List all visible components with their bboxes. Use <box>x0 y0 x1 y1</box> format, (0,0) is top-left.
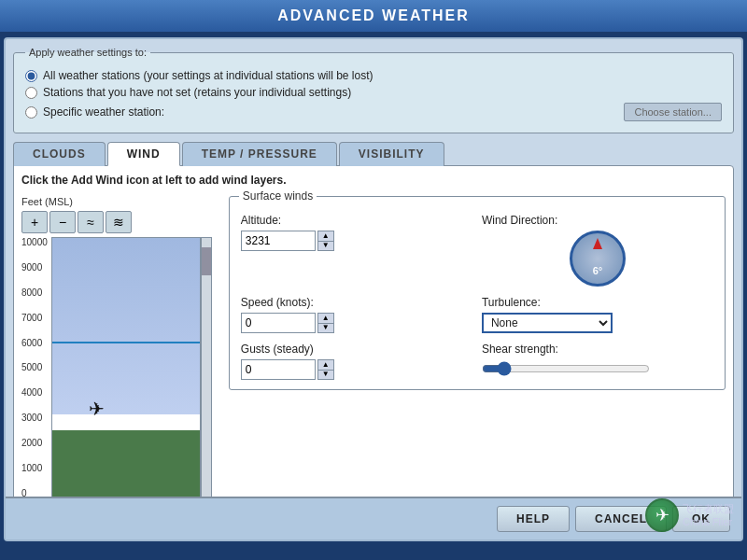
speed-spinner-down[interactable]: ▼ <box>318 324 333 333</box>
altitude-field-label: Altitude: <box>241 214 472 227</box>
zoom-in-icon[interactable]: + <box>21 211 48 233</box>
option-3-label: Specific weather station: <box>43 105 164 119</box>
compass[interactable]: 6° <box>570 231 626 287</box>
altitude-field-group: Altitude: ▲ ▼ <box>241 214 472 287</box>
speed-spinner-up[interactable]: ▲ <box>318 314 333 324</box>
watermark-text: 飞行者联盟 China Flier <box>683 502 734 529</box>
turbulence-label: Turbulence: <box>482 296 713 309</box>
tab-visibility[interactable]: VISIBILITY <box>339 142 444 166</box>
remove-wind-icon[interactable]: ≋ <box>106 211 132 233</box>
shear-label: Shear strength: <box>482 343 713 356</box>
wind-fields-grid: Altitude: ▲ ▼ <box>241 214 713 380</box>
turbulence-field-group: Turbulence: None Light Moderate Severe E… <box>482 296 713 333</box>
help-button[interactable]: HELP <box>497 506 570 532</box>
tab-wind[interactable]: WIND <box>107 142 180 166</box>
altitude-spinner[interactable]: ▲ ▼ <box>317 231 334 251</box>
option-3-radio[interactable] <box>25 106 37 119</box>
main-content: Apply weather settings to: All weather s… <box>4 37 743 541</box>
choose-station-button[interactable]: Choose station... <box>624 103 722 121</box>
wind-direction-label: Wind Direction: <box>482 214 557 227</box>
gusts-input[interactable] <box>241 359 316 380</box>
title-text: ADVANCED WEATHER <box>277 7 470 23</box>
surface-winds-box: Surface winds Altitude: ▲ ▼ <box>229 196 726 390</box>
title-bar: ADVANCED WEATHER <box>0 0 747 34</box>
altitude-spinner-down[interactable]: ▼ <box>318 242 333 251</box>
bottom-bar: HELP CANCEL OK ✈ 飞行者联盟 China Flier <box>6 497 741 539</box>
airplane-icon: ✈ <box>89 398 105 420</box>
turbulence-select[interactable]: None Light Moderate Severe Extreme <box>482 313 613 333</box>
speed-field-label: Speed (knots): <box>241 296 472 309</box>
add-wind-icon[interactable]: ≈ <box>78 211 104 233</box>
option-2-label: Stations that you have not set (retains … <box>43 86 351 99</box>
wind-instruction: Click the Add Wind icon at left to add w… <box>21 174 726 187</box>
zoom-out-icon[interactable]: − <box>49 211 76 233</box>
option-1-label: All weather stations (your settings at i… <box>43 69 374 82</box>
tab-content: Click the Add Wind icon at left to add w… <box>13 165 734 501</box>
watermark-logo: ✈ <box>645 498 679 532</box>
compass-value: 6° <box>593 265 603 276</box>
apply-legend: Apply weather settings to: <box>25 47 150 58</box>
toolbar-icons: + − ≈ ≋ <box>21 211 212 233</box>
option-1-radio[interactable] <box>25 70 37 82</box>
shear-field-group: Shear strength: <box>482 343 713 380</box>
altitude-spinner-up[interactable]: ▲ <box>318 231 333 242</box>
altitude-label: Feet (MSL) <box>21 196 212 207</box>
gusts-field-label: Gusts (steady) <box>241 343 472 356</box>
gusts-spinner[interactable]: ▲ ▼ <box>317 359 334 380</box>
altitude-input[interactable] <box>241 231 316 251</box>
right-panel: Surface winds Altitude: ▲ ▼ <box>221 196 726 498</box>
watermark: ✈ 飞行者联盟 China Flier <box>645 498 734 532</box>
option-1-row: All weather stations (your settings at i… <box>25 69 722 82</box>
option-2-row: Stations that you have not set (retains … <box>25 86 722 99</box>
speed-spinner[interactable]: ▲ ▼ <box>317 313 334 333</box>
speed-input[interactable] <box>241 313 316 333</box>
apply-section: Apply weather settings to: All weather s… <box>13 47 734 133</box>
tab-temp-pressure[interactable]: TEMP / PRESSURE <box>182 142 337 166</box>
gusts-spinner-down[interactable]: ▼ <box>318 371 333 380</box>
tab-clouds[interactable]: CLOUDS <box>13 142 106 166</box>
option-3-row: Specific weather station: Choose station… <box>25 103 722 121</box>
shear-slider[interactable] <box>482 359 650 378</box>
surface-winds-legend: Surface winds <box>239 189 317 203</box>
altitude-axis: 10000 9000 8000 7000 6000 5000 4000 3000… <box>21 237 51 498</box>
altitude-panel: Feet (MSL) + − ≈ ≋ 10000 9000 8000 7000 … <box>21 196 212 498</box>
wind-main-area: Feet (MSL) + − ≈ ≋ 10000 9000 8000 7000 … <box>21 196 726 498</box>
wind-chart: 10000 9000 8000 7000 6000 5000 4000 3000… <box>21 237 212 498</box>
tab-bar: CLOUDS WIND TEMP / PRESSURE VISIBILITY <box>13 142 734 166</box>
option-2-radio[interactable] <box>25 87 37 99</box>
chart-scrollbar[interactable] <box>201 237 212 498</box>
wind-direction-field-group: Wind Direction: 6° <box>482 214 713 287</box>
speed-field-group: Speed (knots): ▲ ▼ <box>241 296 472 333</box>
gusts-spinner-up[interactable]: ▲ <box>318 360 333 371</box>
gusts-field-group: Gusts (steady) ▲ ▼ <box>241 343 472 380</box>
chart-area: ✈ <box>51 237 201 498</box>
compass-arrow <box>593 238 602 249</box>
